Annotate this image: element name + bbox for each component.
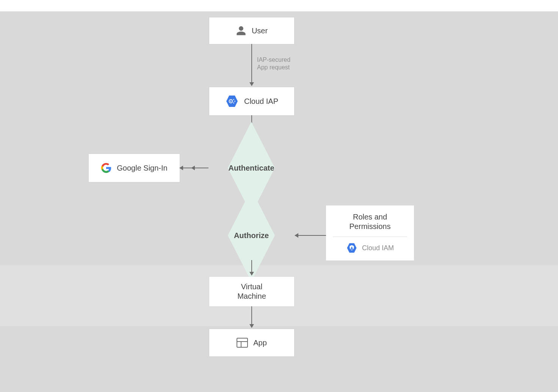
- cloud-iam-icon: [346, 242, 357, 254]
- edge-authorize-to-vm: [251, 260, 252, 275]
- node-google-signin: Google Sign-In: [89, 154, 180, 182]
- svg-point-4: [234, 101, 235, 102]
- svg-point-5: [233, 102, 234, 103]
- cloud-iap-icon: [225, 94, 239, 108]
- card-roles-permissions: Roles and Permissions Cloud IAM: [326, 205, 414, 260]
- app-window-icon: [237, 338, 248, 348]
- node-label: App: [253, 339, 267, 347]
- bg-band: [0, 0, 558, 11]
- google-logo-icon: [101, 163, 111, 173]
- edge-vm-to-app: [251, 306, 252, 328]
- node-label: Authorize: [204, 211, 299, 260]
- user-icon: [236, 25, 246, 36]
- edge-user-to-iap: [251, 44, 252, 86]
- svg-rect-8: [237, 338, 248, 347]
- node-cloud-iap: Cloud IAP: [209, 87, 294, 115]
- node-authenticate: Authenticate: [204, 143, 299, 193]
- svg-point-7: [351, 247, 353, 248]
- edge-label-request: IAP-secured App request: [257, 56, 290, 71]
- card-title: Roles and Permissions: [326, 205, 414, 237]
- node-authorize: Authorize: [204, 211, 299, 260]
- node-user: User: [209, 17, 294, 44]
- node-label: Authenticate: [204, 143, 299, 193]
- node-virtual-machine: Virtual Machine: [209, 277, 294, 306]
- svg-point-2: [230, 101, 231, 102]
- svg-point-3: [233, 99, 234, 100]
- node-label: Google Sign-In: [117, 164, 167, 172]
- diagram-canvas: User IAP-secured App request Cloud IAP A…: [0, 0, 558, 392]
- node-label: Cloud IAP: [244, 97, 278, 106]
- svg-marker-0: [226, 96, 238, 107]
- node-label: User: [252, 27, 268, 35]
- card-sub-label: Cloud IAM: [362, 244, 394, 252]
- edge-signin-to-auth: [180, 168, 208, 168]
- node-label: Virtual Machine: [237, 282, 266, 301]
- node-app: App: [209, 329, 294, 356]
- edge-iam-to-authorize: [295, 235, 326, 236]
